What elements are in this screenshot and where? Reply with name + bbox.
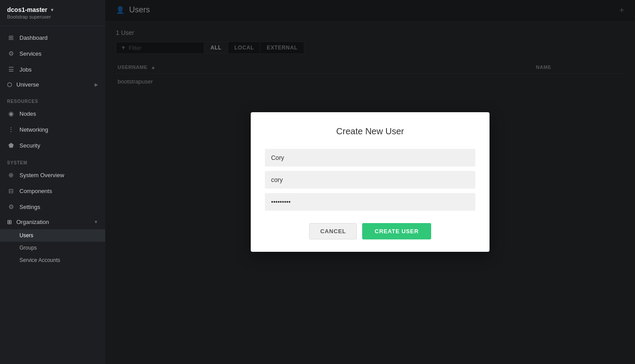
sidebar-item-label: Security [19, 142, 40, 149]
sidebar-item-dashboard[interactable]: ⊞ Dashboard [0, 30, 105, 46]
password-field-wrap [265, 193, 475, 211]
chevron-down-icon: ▼ [94, 220, 98, 224]
create-user-modal: Create New User CANCEL CREATE USER [251, 112, 490, 252]
main-content-area: 👤 Users + 1 User ▼ ALL LOCAL EXTERNAL US… [105, 0, 635, 364]
cluster-name-label: dcos1-master [7, 6, 47, 13]
settings-icon: ⚙ [7, 203, 15, 211]
organization-icon: ⊞ [7, 219, 12, 225]
sidebar-item-jobs[interactable]: ☰ Jobs [0, 61, 105, 77]
nodes-icon: ◉ [7, 110, 15, 118]
sidebar: dcos1-master ▼ Bootstrap superuser ⊞ Das… [0, 0, 105, 364]
sidebar-item-label: Universe [16, 81, 39, 88]
sidebar-item-label: Settings [19, 204, 40, 210]
components-icon: ⊟ [7, 187, 15, 195]
sidebar-item-networking[interactable]: ⋮ Networking [0, 121, 105, 137]
sidebar-item-label: Networking [19, 126, 48, 133]
sidebar-sub-item-users[interactable]: Users [0, 229, 105, 242]
networking-icon: ⋮ [7, 125, 15, 133]
chevron-right-icon: ▶ [95, 82, 98, 87]
sidebar-sub-item-groups[interactable]: Groups [0, 242, 105, 254]
sub-item-label: Service Accounts [19, 257, 60, 263]
modal-title: Create New User [265, 126, 475, 136]
sidebar-nav: ⊞ Dashboard ⚙ Services ☰ Jobs ⬡ Universe… [0, 26, 105, 364]
sidebar-item-label: Dashboard [19, 34, 48, 41]
sidebar-item-settings[interactable]: ⚙ Settings [0, 199, 105, 215]
modal-actions: CANCEL CREATE USER [265, 223, 475, 239]
sidebar-item-label: Components [19, 188, 52, 194]
password-input[interactable] [265, 193, 475, 211]
sidebar-item-label: Jobs [19, 66, 31, 73]
services-icon: ⚙ [7, 49, 15, 57]
security-icon: ⬟ [7, 141, 15, 149]
username-field-wrap [265, 171, 475, 189]
sidebar-item-universe[interactable]: ⬡ Universe ▶ [0, 77, 105, 92]
sidebar-item-services[interactable]: ⚙ Services [0, 46, 105, 61]
full-name-field-wrap [265, 149, 475, 167]
chevron-down-icon: ▼ [50, 8, 54, 12]
resources-section-label: RESOURCES [0, 92, 105, 106]
dashboard-icon: ⊞ [7, 34, 15, 42]
full-name-input[interactable] [265, 149, 475, 167]
sidebar-item-label: Nodes [19, 110, 36, 117]
sidebar-header: dcos1-master ▼ Bootstrap superuser [0, 0, 105, 26]
sidebar-item-label: Services [19, 50, 42, 57]
sub-item-label: Users [19, 232, 33, 239]
username-input[interactable] [265, 171, 475, 189]
sidebar-item-components[interactable]: ⊟ Components [0, 183, 105, 199]
sidebar-item-system-overview[interactable]: ⊕ System Overview [0, 167, 105, 183]
system-overview-icon: ⊕ [7, 171, 15, 179]
sidebar-item-label: System Overview [19, 172, 64, 178]
jobs-icon: ☰ [7, 65, 15, 73]
modal-overlay: Create New User CANCEL CREATE USER [105, 0, 635, 364]
cancel-button[interactable]: CANCEL [309, 223, 357, 239]
create-user-button[interactable]: CREATE USER [362, 223, 431, 239]
cluster-name-button[interactable]: dcos1-master ▼ [7, 6, 98, 13]
system-section-label: SYSTEM [0, 153, 105, 167]
sidebar-item-nodes[interactable]: ◉ Nodes [0, 106, 105, 121]
sidebar-item-label: Organization [16, 219, 49, 225]
universe-icon: ⬡ [7, 81, 12, 88]
sidebar-item-organization[interactable]: ⊞ Organization ▼ [0, 215, 105, 229]
sidebar-sub-item-service-accounts[interactable]: Service Accounts [0, 254, 105, 266]
cluster-role-label: Bootstrap superuser [7, 14, 98, 19]
sidebar-item-security[interactable]: ⬟ Security [0, 137, 105, 153]
sub-item-label: Groups [19, 245, 37, 251]
